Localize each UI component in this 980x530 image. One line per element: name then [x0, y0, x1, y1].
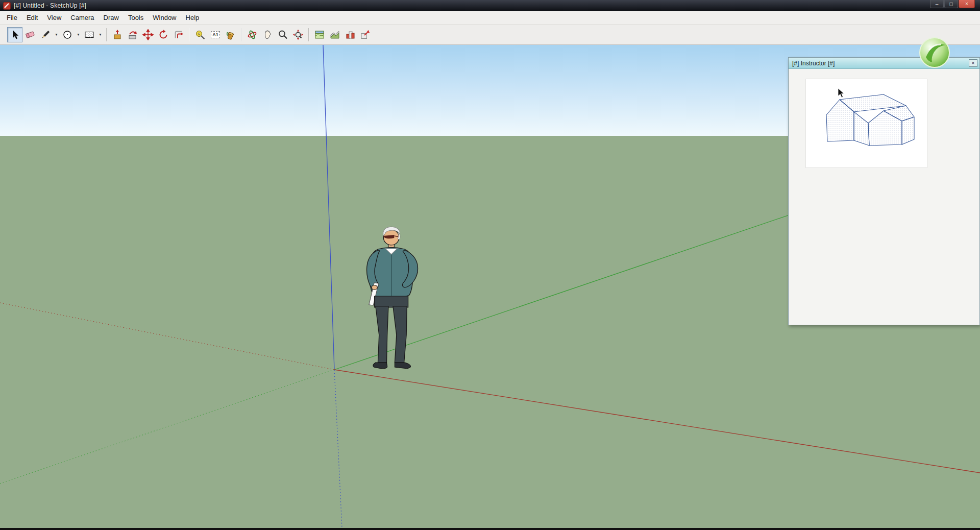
orbit-icon	[247, 29, 258, 40]
menu-draw[interactable]: Draw	[99, 12, 124, 23]
select-arrow-icon	[9, 29, 20, 40]
offset-icon	[173, 29, 184, 40]
line-tool-button[interactable]	[38, 27, 53, 42]
hand-pan-icon	[262, 29, 273, 40]
eraser-icon	[24, 29, 36, 40]
shoe	[395, 363, 410, 369]
sketchup-app-icon	[3, 2, 11, 10]
instructor-close-button[interactable]: ×	[969, 59, 977, 67]
zoom-tool-button[interactable]	[275, 27, 290, 42]
tape-measure-tool-button[interactable]	[192, 27, 208, 42]
toolbar-separator	[308, 28, 309, 41]
instructor-content	[789, 69, 979, 325]
paint-bucket-icon	[225, 29, 236, 40]
shoe	[373, 363, 387, 369]
house-wireframe-icon	[806, 79, 928, 168]
terrain-layers-icon	[329, 29, 340, 40]
text-tool-icon: A1	[211, 31, 220, 38]
magnifier-icon	[277, 29, 288, 40]
title-bar[interactable]: [#] Untitled - SketchUp [#] – □ ×	[0, 0, 980, 11]
circle-icon	[62, 29, 73, 40]
maximize-button[interactable]: □	[944, 0, 958, 8]
green-leaf-logo-icon	[919, 37, 950, 68]
menu-window[interactable]: Window	[148, 12, 181, 23]
pan-tool-button[interactable]	[260, 27, 275, 42]
close-button[interactable]: ×	[959, 0, 975, 8]
minimize-button[interactable]: –	[930, 0, 944, 8]
menu-camera[interactable]: Camera	[66, 12, 99, 23]
rectangle-tool-button[interactable]	[82, 27, 97, 42]
sketchup-window: [#] Untitled - SketchUp [#] – □ × File E…	[0, 0, 980, 530]
select-tool-button[interactable]	[7, 27, 22, 42]
follow-me-tool-button[interactable]	[125, 27, 140, 42]
pants	[375, 296, 408, 307]
window-title: [#] Untitled - SketchUp [#]	[14, 2, 86, 9]
toggle-terrain-button[interactable]	[327, 27, 342, 42]
instructor-panel: [#] Instructor [#] ×	[788, 57, 980, 325]
orbit-tool-button[interactable]	[244, 27, 260, 42]
circle-tool-button[interactable]	[60, 27, 75, 42]
get-models-button[interactable]	[342, 27, 358, 42]
push-pull-tool-button[interactable]	[110, 27, 125, 42]
rectangle-tool-dropdown[interactable]: ▼	[97, 27, 104, 42]
blue-axis-dashed	[334, 370, 342, 528]
window-controls: – □ ×	[929, 0, 975, 8]
menu-tools[interactable]: Tools	[124, 12, 148, 23]
window-bottom-border	[0, 528, 980, 530]
warehouse-buildings-icon	[345, 29, 356, 40]
toolbar-separator	[189, 28, 190, 41]
map-view-icon	[314, 29, 325, 40]
offset-tool-button[interactable]	[171, 27, 186, 42]
rectangle-icon	[84, 29, 95, 40]
pencil-icon	[40, 29, 51, 40]
instructor-title-bar[interactable]: [#] Instructor [#] ×	[789, 58, 979, 69]
follow-me-icon	[127, 29, 138, 40]
push-pull-icon	[112, 29, 123, 40]
zoom-extents-tool-button[interactable]	[290, 27, 306, 42]
menu-view[interactable]: View	[42, 12, 66, 23]
toolbar-separator	[106, 28, 107, 41]
rotate-tool-button[interactable]	[156, 27, 171, 42]
sketchup-logo	[919, 37, 950, 68]
menu-bar: File Edit View Camera Draw Tools Window …	[0, 11, 980, 25]
mouse-cursor-icon	[838, 88, 845, 99]
move-icon	[142, 29, 154, 40]
eraser-tool-button[interactable]	[22, 27, 38, 42]
red-axis	[334, 370, 980, 473]
menu-edit[interactable]: Edit	[22, 12, 42, 23]
menu-help[interactable]: Help	[181, 12, 204, 23]
circle-tool-dropdown[interactable]: ▼	[75, 27, 82, 42]
instructor-house-image	[805, 79, 927, 168]
zoom-extents-icon	[292, 29, 304, 40]
toolbar: ▼ ▼ ▼ A1	[0, 25, 980, 45]
move-tool-button[interactable]	[140, 27, 156, 42]
get-current-view-button[interactable]	[312, 27, 327, 42]
tape-measure-icon	[194, 29, 206, 40]
share-arrow-icon	[360, 29, 371, 40]
toolbar-separator	[241, 28, 242, 41]
paint-bucket-tool-button[interactable]	[223, 27, 238, 42]
person-figure-2d[interactable]	[355, 224, 431, 373]
share-model-button[interactable]	[358, 27, 373, 42]
line-tool-dropdown[interactable]: ▼	[53, 27, 60, 42]
menu-file[interactable]: File	[2, 12, 22, 23]
text-tool-button[interactable]: A1	[208, 27, 223, 42]
rotate-icon	[158, 29, 169, 40]
